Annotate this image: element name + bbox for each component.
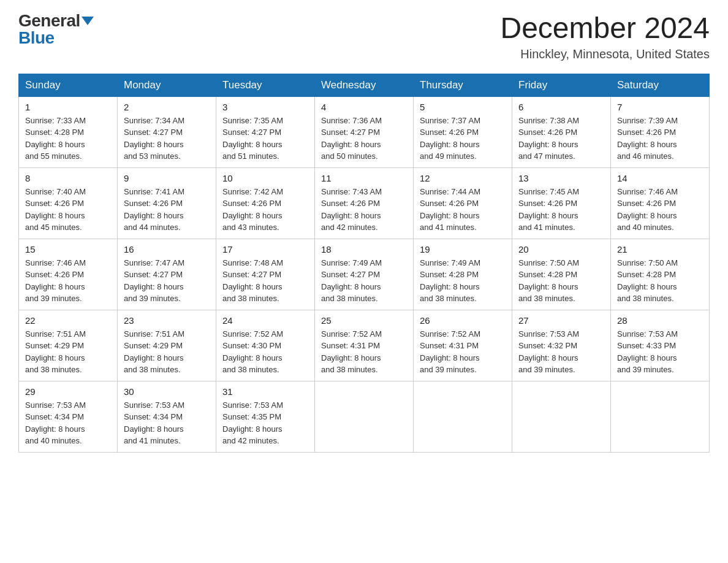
day-info: Sunrise: 7:46 AM Sunset: 4:26 PM Dayligh…	[617, 186, 703, 234]
calendar-cell: 8 Sunrise: 7:40 AM Sunset: 4:26 PM Dayli…	[19, 167, 118, 239]
day-number: 14	[617, 173, 703, 183]
calendar-cell: 21 Sunrise: 7:50 AM Sunset: 4:28 PM Dayl…	[611, 239, 710, 310]
calendar-cell: 2 Sunrise: 7:34 AM Sunset: 4:27 PM Dayli…	[118, 96, 216, 167]
logo-triangle-icon	[82, 17, 94, 25]
day-info: Sunrise: 7:47 AM Sunset: 4:27 PM Dayligh…	[124, 257, 210, 305]
calendar-week-2: 8 Sunrise: 7:40 AM Sunset: 4:26 PM Dayli…	[19, 167, 710, 239]
day-number: 8	[25, 173, 111, 183]
calendar-cell	[315, 381, 414, 452]
day-number: 30	[124, 386, 210, 397]
day-number: 15	[25, 244, 111, 255]
day-info: Sunrise: 7:50 AM Sunset: 4:28 PM Dayligh…	[518, 257, 604, 305]
day-info: Sunrise: 7:52 AM Sunset: 4:31 PM Dayligh…	[420, 328, 506, 376]
logo-general-text: General	[18, 12, 80, 29]
calendar-cell: 28 Sunrise: 7:53 AM Sunset: 4:33 PM Dayl…	[611, 310, 710, 381]
day-info: Sunrise: 7:53 AM Sunset: 4:32 PM Dayligh…	[518, 328, 604, 376]
day-number: 28	[617, 315, 703, 326]
day-info: Sunrise: 7:53 AM Sunset: 4:33 PM Dayligh…	[617, 328, 703, 376]
day-number: 23	[124, 315, 210, 326]
calendar-cell: 10 Sunrise: 7:42 AM Sunset: 4:26 PM Dayl…	[216, 167, 315, 239]
calendar-week-5: 29 Sunrise: 7:53 AM Sunset: 4:34 PM Dayl…	[19, 381, 710, 452]
day-number: 13	[518, 173, 604, 183]
day-info: Sunrise: 7:50 AM Sunset: 4:28 PM Dayligh…	[617, 257, 703, 305]
day-info: Sunrise: 7:42 AM Sunset: 4:26 PM Dayligh…	[222, 186, 308, 234]
day-number: 18	[321, 244, 407, 255]
day-number: 22	[25, 315, 111, 326]
day-number: 24	[222, 315, 308, 326]
calendar-cell: 17 Sunrise: 7:48 AM Sunset: 4:27 PM Dayl…	[216, 239, 315, 310]
day-info: Sunrise: 7:40 AM Sunset: 4:26 PM Dayligh…	[25, 186, 111, 234]
calendar-cell	[414, 381, 512, 452]
calendar-table: SundayMondayTuesdayWednesdayThursdayFrid…	[18, 74, 710, 453]
calendar-cell: 16 Sunrise: 7:47 AM Sunset: 4:27 PM Dayl…	[118, 239, 216, 310]
calendar-cell: 5 Sunrise: 7:37 AM Sunset: 4:26 PM Dayli…	[414, 96, 512, 167]
day-number: 5	[420, 102, 506, 112]
calendar-cell	[512, 381, 611, 452]
day-info: Sunrise: 7:53 AM Sunset: 4:34 PM Dayligh…	[124, 399, 210, 447]
calendar-cell: 4 Sunrise: 7:36 AM Sunset: 4:27 PM Dayli…	[315, 96, 414, 167]
day-info: Sunrise: 7:51 AM Sunset: 4:29 PM Dayligh…	[25, 328, 111, 376]
day-info: Sunrise: 7:44 AM Sunset: 4:26 PM Dayligh…	[420, 186, 506, 234]
calendar-cell: 14 Sunrise: 7:46 AM Sunset: 4:26 PM Dayl…	[611, 167, 710, 239]
logo: General Blue	[18, 12, 94, 47]
calendar-cell: 18 Sunrise: 7:49 AM Sunset: 4:27 PM Dayl…	[315, 239, 414, 310]
calendar-cell: 15 Sunrise: 7:46 AM Sunset: 4:26 PM Dayl…	[19, 239, 118, 310]
calendar-cell: 19 Sunrise: 7:49 AM Sunset: 4:28 PM Dayl…	[414, 239, 512, 310]
calendar-cell: 23 Sunrise: 7:51 AM Sunset: 4:29 PM Dayl…	[118, 310, 216, 381]
day-number: 31	[222, 386, 308, 397]
calendar-cell: 7 Sunrise: 7:39 AM Sunset: 4:26 PM Dayli…	[611, 96, 710, 167]
day-info: Sunrise: 7:48 AM Sunset: 4:27 PM Dayligh…	[222, 257, 308, 305]
calendar-header-wednesday: Wednesday	[315, 74, 414, 96]
calendar-cell: 6 Sunrise: 7:38 AM Sunset: 4:26 PM Dayli…	[512, 96, 611, 167]
day-number: 17	[222, 244, 308, 255]
day-info: Sunrise: 7:36 AM Sunset: 4:27 PM Dayligh…	[321, 115, 407, 163]
day-number: 11	[321, 173, 407, 183]
calendar-cell: 30 Sunrise: 7:53 AM Sunset: 4:34 PM Dayl…	[118, 381, 216, 452]
day-info: Sunrise: 7:45 AM Sunset: 4:26 PM Dayligh…	[518, 186, 604, 234]
calendar-week-4: 22 Sunrise: 7:51 AM Sunset: 4:29 PM Dayl…	[19, 310, 710, 381]
location-title: Hinckley, Minnesota, United States	[500, 47, 710, 61]
day-info: Sunrise: 7:39 AM Sunset: 4:26 PM Dayligh…	[617, 115, 703, 163]
day-info: Sunrise: 7:38 AM Sunset: 4:26 PM Dayligh…	[518, 115, 604, 163]
calendar-cell: 25 Sunrise: 7:52 AM Sunset: 4:31 PM Dayl…	[315, 310, 414, 381]
calendar-cell: 3 Sunrise: 7:35 AM Sunset: 4:27 PM Dayli…	[216, 96, 315, 167]
day-info: Sunrise: 7:49 AM Sunset: 4:28 PM Dayligh…	[420, 257, 506, 305]
page-header: General Blue December 2024 Hinckley, Min…	[18, 12, 710, 61]
day-number: 4	[321, 102, 407, 112]
calendar-cell: 26 Sunrise: 7:52 AM Sunset: 4:31 PM Dayl…	[414, 310, 512, 381]
calendar-cell: 22 Sunrise: 7:51 AM Sunset: 4:29 PM Dayl…	[19, 310, 118, 381]
title-block: December 2024 Hinckley, Minnesota, Unite…	[500, 12, 710, 61]
day-number: 26	[420, 315, 506, 326]
calendar-week-3: 15 Sunrise: 7:46 AM Sunset: 4:26 PM Dayl…	[19, 239, 710, 310]
calendar-cell: 24 Sunrise: 7:52 AM Sunset: 4:30 PM Dayl…	[216, 310, 315, 381]
day-info: Sunrise: 7:46 AM Sunset: 4:26 PM Dayligh…	[25, 257, 111, 305]
day-number: 9	[124, 173, 210, 183]
day-number: 12	[420, 173, 506, 183]
month-title: December 2024	[500, 12, 710, 45]
calendar-cell: 13 Sunrise: 7:45 AM Sunset: 4:26 PM Dayl…	[512, 167, 611, 239]
day-info: Sunrise: 7:52 AM Sunset: 4:31 PM Dayligh…	[321, 328, 407, 376]
calendar-cell: 11 Sunrise: 7:43 AM Sunset: 4:26 PM Dayl…	[315, 167, 414, 239]
day-number: 29	[25, 386, 111, 397]
day-info: Sunrise: 7:49 AM Sunset: 4:27 PM Dayligh…	[321, 257, 407, 305]
calendar-header-tuesday: Tuesday	[216, 74, 315, 96]
day-info: Sunrise: 7:37 AM Sunset: 4:26 PM Dayligh…	[420, 115, 506, 163]
calendar-header-thursday: Thursday	[414, 74, 512, 96]
calendar-cell: 1 Sunrise: 7:33 AM Sunset: 4:28 PM Dayli…	[19, 96, 118, 167]
calendar-cell: 20 Sunrise: 7:50 AM Sunset: 4:28 PM Dayl…	[512, 239, 611, 310]
day-info: Sunrise: 7:35 AM Sunset: 4:27 PM Dayligh…	[222, 115, 308, 163]
calendar-header-sunday: Sunday	[19, 74, 118, 96]
day-info: Sunrise: 7:33 AM Sunset: 4:28 PM Dayligh…	[25, 115, 111, 163]
calendar-cell: 29 Sunrise: 7:53 AM Sunset: 4:34 PM Dayl…	[19, 381, 118, 452]
day-info: Sunrise: 7:41 AM Sunset: 4:26 PM Dayligh…	[124, 186, 210, 234]
day-info: Sunrise: 7:34 AM Sunset: 4:27 PM Dayligh…	[124, 115, 210, 163]
logo-blue-text: Blue	[18, 28, 55, 47]
day-number: 6	[518, 102, 604, 112]
calendar-header-row: SundayMondayTuesdayWednesdayThursdayFrid…	[19, 74, 710, 96]
day-number: 16	[124, 244, 210, 255]
day-number: 27	[518, 315, 604, 326]
day-number: 25	[321, 315, 407, 326]
day-info: Sunrise: 7:52 AM Sunset: 4:30 PM Dayligh…	[222, 328, 308, 376]
calendar-cell	[611, 381, 710, 452]
day-number: 19	[420, 244, 506, 255]
